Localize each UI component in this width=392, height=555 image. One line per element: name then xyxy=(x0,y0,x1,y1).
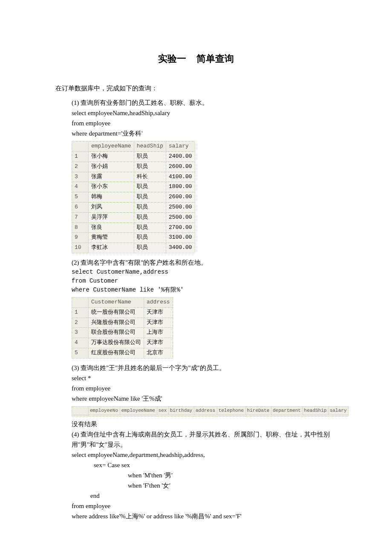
cell: 李虹冰 xyxy=(89,243,134,253)
q2-sql-line3: where CustomerName like '%有限%' xyxy=(72,286,337,295)
table-row: 3联合股份有限公司上海市 xyxy=(72,328,173,338)
cell: 2500.00 xyxy=(166,212,195,223)
q1-col-salary: salary xyxy=(166,142,195,152)
row-number: 8 xyxy=(72,223,89,233)
q2-result-table: CustomerName address 1统一股份有限公司天津市2兴隆股份有限… xyxy=(72,297,173,358)
cell: 科长 xyxy=(134,172,166,182)
row-number: 1 xyxy=(72,307,89,318)
cell: 吴浮萍 xyxy=(89,212,134,223)
row-number: 5 xyxy=(72,348,89,358)
cell: 职员 xyxy=(134,151,166,162)
cell: 红度股份有限公司 xyxy=(89,348,144,358)
cell: 张露 xyxy=(89,172,134,182)
q1-sql-line2: from employee xyxy=(72,118,337,128)
cell: 韩梅 xyxy=(89,192,134,202)
cell: 联合股份有限公司 xyxy=(89,328,144,338)
cell: 2500.00 xyxy=(166,202,195,212)
table-row: 5红度股份有限公司北京市 xyxy=(72,348,173,358)
q2-col-address: address xyxy=(144,297,173,307)
cell: 3400.00 xyxy=(166,243,195,253)
table-row: 4万事达股份有限公司天津市 xyxy=(72,338,173,348)
cell: 1800.00 xyxy=(166,182,195,192)
row-number: 4 xyxy=(72,338,89,348)
corner-cell xyxy=(72,406,89,415)
q3-sql-line2: from employee xyxy=(72,383,337,393)
cell: 黄梅莹 xyxy=(89,233,134,243)
cell: 职员 xyxy=(134,162,166,172)
table-row-empty xyxy=(72,415,349,416)
corner-cell xyxy=(72,297,89,307)
table-row: 2张小娟职员2600.00 xyxy=(72,162,195,172)
cell: 张良 xyxy=(89,223,134,233)
cell: 4100.00 xyxy=(166,172,195,182)
q1-prompt: (1) 查询所有业务部门的员工姓名、职称、薪水。 xyxy=(72,98,337,108)
table-row: 4张小东职员1800.00 xyxy=(72,182,195,192)
q3-col-8: headShip xyxy=(303,406,328,415)
q3-sql-line3: where employeeName like '王%成' xyxy=(72,393,337,404)
cell: 天津市 xyxy=(144,307,173,318)
q4-sql-line5: end xyxy=(90,491,337,501)
q4-sql-line1: select employeeName,department,headship,… xyxy=(72,450,337,460)
cell: 张小梅 xyxy=(89,151,134,162)
cell: 刘风 xyxy=(89,202,134,212)
cell: 天津市 xyxy=(144,318,173,328)
cell: 2400.00 xyxy=(166,151,195,162)
table-row: 1张小梅职员2400.00 xyxy=(72,151,195,162)
q4-sql-line3: when 'M'then '男' xyxy=(128,470,337,480)
q3-col-9: salary xyxy=(328,406,348,415)
page-title: 实验一 简单查询 xyxy=(55,51,337,66)
cell: 职员 xyxy=(134,223,166,233)
table-row: 10李虹冰职员3400.00 xyxy=(72,243,195,253)
row-number: 5 xyxy=(72,192,89,202)
q3-col-4: address xyxy=(194,406,217,415)
q3-col-7: department xyxy=(271,406,303,415)
q2-prompt: (2) 查询名字中含有"有限"的客户姓名和所在地。 xyxy=(72,257,337,268)
row-number: 7 xyxy=(72,212,89,223)
row-number: 2 xyxy=(72,318,89,328)
q4-sql-line6: from employee xyxy=(72,501,337,511)
cell: 张小东 xyxy=(89,182,134,192)
cell: 万事达股份有限公司 xyxy=(89,338,144,348)
q3-col-5: telephone xyxy=(217,406,245,415)
cell: 职员 xyxy=(134,243,166,253)
cell: 职员 xyxy=(134,212,166,223)
cell: 2600.00 xyxy=(166,192,195,202)
table-row: 6刘风职员2500.00 xyxy=(72,202,195,212)
q2-col-customerName: CustomerName xyxy=(89,297,144,307)
row-number: 2 xyxy=(72,162,89,172)
corner-cell xyxy=(72,142,89,152)
q2-sql-line1: select CustomerName,address xyxy=(72,268,337,277)
intro-text: 在订单数据库中，完成如下的查询： xyxy=(55,83,337,93)
cell: 职员 xyxy=(134,233,166,243)
row-number: 3 xyxy=(72,172,89,182)
q3-col-2: sex xyxy=(157,406,168,415)
cell: 统一股份有限公司 xyxy=(89,307,144,318)
table-row: 8张良职员2700.00 xyxy=(72,223,195,233)
cell: 上海市 xyxy=(144,328,173,338)
q3-col-6: hireDate xyxy=(245,406,271,415)
q4-sql-line4: when 'F'then '女' xyxy=(128,480,337,491)
table-row: 7吴浮萍职员2500.00 xyxy=(72,212,195,223)
q4-sql-line7: where address like'%上海%' or address like… xyxy=(72,511,337,521)
q1-col-employeeName: employeeName xyxy=(89,142,134,152)
q4-prompt: (4) 查询住址中含有上海或南昌的女员工，并显示其姓名、所属部门、职称、住址，其… xyxy=(72,429,337,450)
q3-prompt: (3) 查询出姓"王"并且姓名的最后一个字为"成"的员工。 xyxy=(72,363,337,373)
q2-sql-line2: from Customer xyxy=(72,277,337,286)
row-number: 9 xyxy=(72,233,89,243)
table-row: 1统一股份有限公司天津市 xyxy=(72,307,173,318)
cell: 张小娟 xyxy=(89,162,134,172)
cell: 2700.00 xyxy=(166,223,195,233)
row-number: 6 xyxy=(72,202,89,212)
q3-sql-line1: select * xyxy=(72,373,337,383)
cell: 职员 xyxy=(134,182,166,192)
cell: 2600.00 xyxy=(166,162,195,172)
row-number: 1 xyxy=(72,151,89,162)
q3-result-table: employeeNo employeeName sex birthday add… xyxy=(72,406,349,417)
table-row: 5韩梅职员2600.00 xyxy=(72,192,195,202)
q3-col-1: employeeName xyxy=(120,406,157,415)
q3-col-0: employeeNo xyxy=(89,406,120,415)
table-row: 3张露科长4100.00 xyxy=(72,172,195,182)
table-row: 9黄梅莹职员3100.00 xyxy=(72,233,195,243)
q4-sql-line2: sex= Case sex xyxy=(94,460,337,470)
table-row: 2兴隆股份有限公司天津市 xyxy=(72,318,173,328)
